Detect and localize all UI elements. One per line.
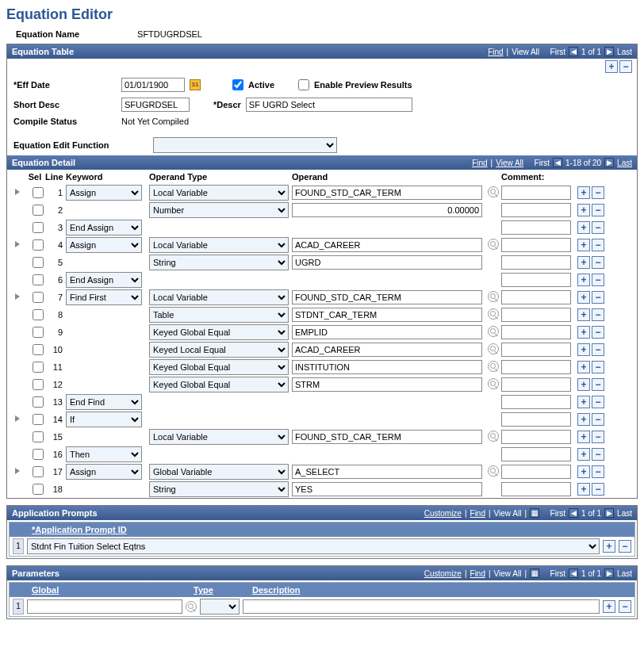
remove-row-button[interactable]: − — [619, 60, 632, 73]
operand-type-select[interactable]: String — [149, 481, 289, 497]
comment-input[interactable] — [501, 273, 571, 287]
pm-col-global[interactable]: Global — [32, 585, 59, 595]
expand-icon[interactable] — [15, 415, 20, 422]
operand-input[interactable] — [292, 203, 482, 217]
operand-type-select[interactable]: Number — [149, 202, 289, 218]
lookup-icon[interactable] — [488, 361, 499, 372]
ap-last-link[interactable]: Last — [617, 509, 632, 518]
comment-input[interactable] — [501, 430, 571, 444]
row-add-button[interactable]: + — [577, 343, 590, 356]
keyword-select[interactable]: End Find — [66, 394, 142, 410]
operand-input[interactable] — [292, 360, 482, 374]
ap-remove-button[interactable]: − — [619, 540, 631, 553]
row-add-button[interactable]: + — [577, 239, 590, 251]
row-add-button[interactable]: + — [577, 256, 590, 269]
lookup-icon[interactable] — [488, 186, 499, 197]
keyword-select[interactable]: End Assign — [66, 272, 142, 288]
operand-input[interactable] — [292, 186, 482, 200]
row-remove-button[interactable]: − — [592, 343, 604, 356]
operand-input[interactable] — [292, 255, 482, 270]
lookup-icon[interactable] — [488, 291, 499, 302]
comment-input[interactable] — [501, 465, 571, 479]
next-icon[interactable]: ▶ — [604, 47, 614, 56]
operand-input[interactable] — [292, 308, 482, 322]
row-remove-button[interactable]: − — [592, 361, 604, 373]
lookup-icon[interactable] — [488, 465, 499, 477]
operand-type-select[interactable]: Local Variable — [149, 185, 289, 201]
prev-icon[interactable]: ◀ — [569, 47, 578, 56]
operand-type-select[interactable]: Local Variable — [149, 237, 289, 253]
pm-first-link[interactable]: First — [550, 569, 565, 578]
row-add-button[interactable]: + — [577, 483, 590, 496]
comment-input[interactable] — [501, 220, 571, 235]
last-link[interactable]: Last — [617, 48, 632, 56]
lookup-icon[interactable] — [488, 326, 499, 337]
row-add-button[interactable]: + — [577, 204, 590, 216]
row-add-button[interactable]: + — [577, 326, 590, 339]
ap-add-button[interactable]: + — [603, 540, 615, 553]
lookup-icon[interactable] — [488, 378, 499, 389]
operand-type-select[interactable]: Keyed Global Equal — [149, 359, 289, 375]
comment-input[interactable] — [501, 343, 571, 357]
keyword-select[interactable]: Assign — [66, 464, 142, 480]
ap-first-link[interactable]: First — [550, 509, 565, 518]
ap-prev-icon[interactable]: ◀ — [569, 508, 578, 518]
calendar-icon[interactable]: 31 — [190, 79, 201, 90]
row-add-button[interactable]: + — [577, 431, 590, 443]
grid-icon[interactable]: ▦ — [530, 508, 539, 518]
pm-prev-icon[interactable]: ◀ — [569, 569, 578, 578]
row-add-button[interactable]: + — [577, 274, 590, 286]
lookup-icon[interactable] — [186, 601, 197, 612]
find-link[interactable]: Find — [488, 48, 503, 56]
row-add-button[interactable]: + — [577, 378, 590, 391]
operand-type-select[interactable]: Keyed Global Equal — [149, 324, 289, 340]
comment-input[interactable] — [501, 308, 571, 322]
comment-input[interactable] — [501, 238, 571, 252]
comment-input[interactable] — [501, 255, 571, 270]
comment-input[interactable] — [501, 377, 571, 392]
operand-input[interactable] — [292, 343, 482, 357]
operand-type-select[interactable]: Global Variable — [149, 464, 289, 480]
comment-input[interactable] — [501, 395, 571, 409]
operand-type-select[interactable]: Table — [149, 307, 289, 323]
pm-col-desc[interactable]: Description — [252, 585, 301, 595]
ap-col-header[interactable]: *Application Prompt ID — [32, 525, 127, 534]
operand-input[interactable] — [292, 238, 482, 252]
pm-remove-button[interactable]: − — [619, 600, 631, 613]
enable-preview-checkbox[interactable] — [298, 79, 309, 90]
row-remove-button[interactable]: − — [592, 396, 604, 408]
row-remove-button[interactable]: − — [592, 326, 604, 339]
comment-input[interactable] — [501, 290, 571, 304]
row-remove-button[interactable]: − — [592, 204, 604, 216]
row-add-button[interactable]: + — [577, 413, 590, 426]
keyword-select[interactable]: Then — [66, 446, 142, 462]
eff-date-input[interactable] — [121, 78, 185, 92]
operand-input[interactable] — [292, 430, 482, 444]
ap-viewall-link[interactable]: View All — [494, 509, 522, 518]
row-add-button[interactable]: + — [577, 396, 590, 408]
row-add-button[interactable]: + — [577, 308, 590, 321]
row-remove-button[interactable]: − — [592, 308, 604, 321]
row-add-button[interactable]: + — [577, 361, 590, 373]
row-remove-button[interactable]: − — [592, 431, 604, 443]
row-add-button[interactable]: + — [577, 291, 590, 304]
pm-add-button[interactable]: + — [603, 600, 615, 613]
comment-input[interactable] — [501, 203, 571, 217]
row-add-button[interactable]: + — [577, 465, 590, 478]
row-remove-button[interactable]: − — [592, 378, 604, 391]
detail-find-link[interactable]: Find — [472, 159, 487, 167]
comment-input[interactable] — [501, 412, 571, 427]
ap-row-select[interactable]: Stdnt Fin Tuition Select Eqtns — [27, 538, 600, 554]
operand-input[interactable] — [292, 377, 482, 392]
descr-input[interactable] — [246, 98, 412, 112]
row-remove-button[interactable]: − — [592, 186, 604, 199]
ap-next-icon[interactable]: ▶ — [604, 508, 614, 518]
lookup-icon[interactable] — [488, 343, 499, 354]
expand-icon[interactable] — [15, 293, 20, 300]
pm-find-link[interactable]: Find — [470, 569, 485, 578]
add-row-button[interactable]: + — [605, 60, 618, 73]
keyword-select[interactable]: Assign — [66, 185, 142, 201]
lookup-icon[interactable] — [488, 431, 499, 442]
row-add-button[interactable]: + — [577, 448, 590, 461]
operand-input[interactable] — [292, 465, 482, 479]
